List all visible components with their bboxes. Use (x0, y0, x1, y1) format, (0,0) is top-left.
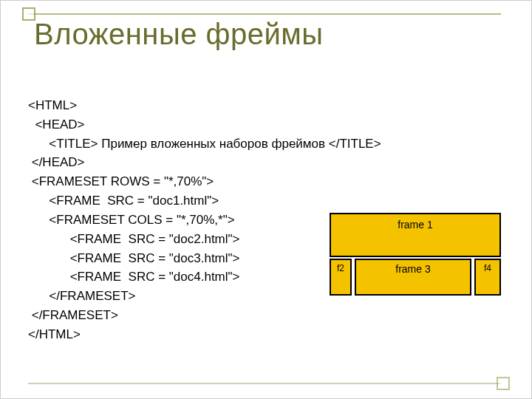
code-line: <FRAME SRC = "doc2.html"> (28, 232, 240, 246)
code-line: <HTML> (28, 98, 77, 112)
frame-label: f2 (331, 263, 350, 273)
diagram-frame-3: frame 3 (355, 259, 471, 296)
code-line: <FRAME SRC = "doc3.html"> (28, 251, 240, 265)
code-line: <FRAME SRC = "doc4.html"> (28, 270, 240, 284)
code-line: <HEAD> (28, 117, 85, 132)
diagram-frame-2: f2 (330, 259, 352, 296)
bottom-square-decoration (497, 377, 510, 390)
frame-label: frame 3 (356, 263, 470, 275)
frame-label: f4 (476, 263, 499, 273)
code-line: </HEAD> (28, 155, 85, 169)
code-block: <HTML> <HEAD> <TITLE> Пример вложенных н… (28, 96, 381, 344)
code-line: <TITLE> Пример вложенных наборов фреймов… (28, 137, 381, 151)
code-line: </FRAMESET> (28, 289, 135, 303)
code-line: </HTML> (28, 327, 81, 341)
diagram-frame-4: f4 (474, 259, 501, 296)
frameset-diagram: frame 1 f2 frame 3 f4 (330, 213, 501, 301)
title-rule (28, 13, 501, 15)
code-line: <FRAMESET ROWS = "*,70%"> (28, 174, 214, 188)
code-line: <FRAME SRC = "doc1.html"> (28, 194, 219, 208)
bottom-rule (28, 383, 501, 384)
slide-title: Вложенные фреймы (34, 18, 324, 51)
frame-label: frame 1 (331, 219, 499, 231)
code-line: <FRAMESET COLS = "*,70%,*"> (28, 213, 235, 227)
code-line: </FRAMESET> (28, 308, 118, 322)
diagram-frame-1: frame 1 (330, 213, 501, 257)
